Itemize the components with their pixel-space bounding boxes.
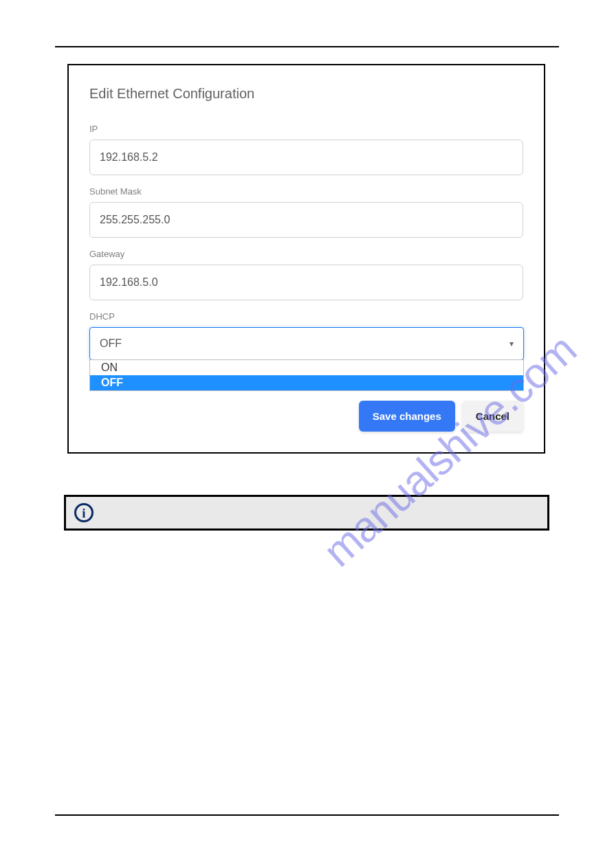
dhcp-option-off[interactable]: OFF (90, 375, 523, 390)
bottom-divider (55, 814, 559, 816)
edit-ethernet-dialog: Edit Ethernet Configuration IP Subnet Ma… (67, 64, 545, 454)
subnet-field-group: Subnet Mask (89, 186, 523, 238)
ip-label: IP (89, 124, 523, 134)
gateway-field-group: Gateway (89, 249, 523, 300)
gateway-input[interactable] (89, 265, 523, 300)
top-divider (55, 46, 559, 47)
save-button[interactable]: Save changes (359, 401, 455, 432)
subnet-label: Subnet Mask (89, 186, 523, 197)
info-icon: i (74, 503, 94, 522)
subnet-input[interactable] (89, 202, 523, 238)
dhcp-option-on[interactable]: ON (90, 360, 523, 375)
ip-input[interactable] (89, 140, 523, 175)
ip-field-group: IP (89, 124, 523, 175)
chevron-down-icon: ▾ (509, 339, 514, 348)
dhcp-select[interactable]: OFF ▾ (89, 327, 524, 360)
gateway-label: Gateway (89, 249, 523, 259)
dhcp-label: DHCP (89, 311, 523, 322)
dialog-title: Edit Ethernet Configuration (89, 86, 523, 102)
dhcp-select-value: OFF (100, 337, 122, 350)
info-bar: i (64, 495, 549, 531)
dhcp-dropdown-list: ON OFF (89, 359, 524, 391)
dhcp-field-group: DHCP OFF ▾ ON OFF (89, 311, 523, 391)
cancel-button[interactable]: Cancel (462, 401, 523, 432)
